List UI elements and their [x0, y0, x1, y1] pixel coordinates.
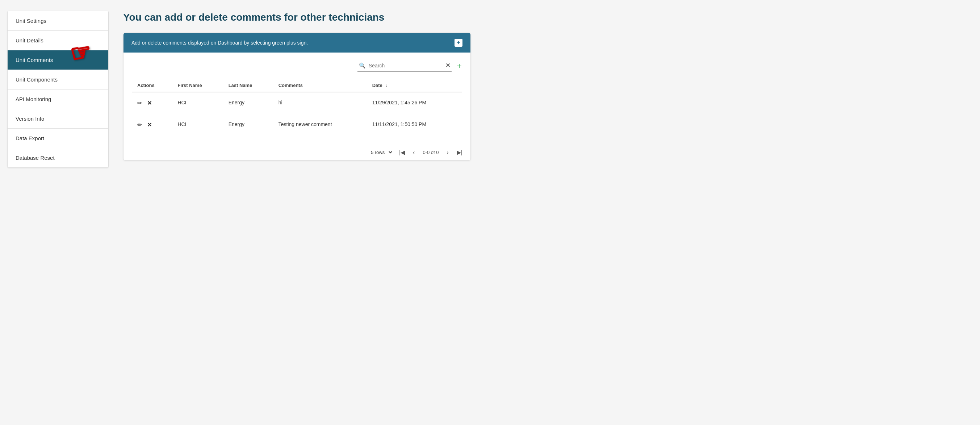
comments-card: Add or delete comments displayed on Dash… — [123, 33, 471, 161]
row-1-date: 11/29/2021, 1:45:26 PM — [367, 92, 462, 114]
first-page-button[interactable]: |◀ — [397, 148, 407, 156]
add-comment-button[interactable]: + — [457, 62, 462, 70]
sort-desc-icon: ↓ — [385, 83, 387, 88]
table-header-row: Actions First Name Last Name Comments — [132, 79, 462, 92]
sidebar-item-version-info[interactable]: Version Info — [8, 109, 108, 129]
rows-per-page-selector: 5 rows 10 rows 25 rows 50 rows — [369, 149, 393, 156]
comments-table: Actions First Name Last Name Comments — [132, 79, 462, 135]
row-1-actions: ✏ ✕ — [137, 100, 167, 107]
row-1-first-name: HCI — [172, 92, 223, 114]
search-icon: 🔍 — [359, 62, 366, 69]
card-header: Add or delete comments displayed on Dash… — [124, 33, 471, 53]
row-2-first-name: HCI — [172, 114, 223, 136]
row-1-comments: hi — [274, 92, 367, 114]
sidebar-item-unit-details[interactable]: Unit Details — [8, 31, 108, 50]
prev-page-button[interactable]: ‹ — [411, 148, 417, 156]
rows-per-page-select[interactable]: 5 rows 10 rows 25 rows 50 rows — [369, 149, 393, 156]
row-1-last-name: Energy — [223, 92, 274, 114]
row-2-comments: Testing newer comment — [274, 114, 367, 136]
table-row: ✏ ✕ HCI Energy hi 11/29/2021, 1:45:26 PM — [132, 92, 462, 114]
sidebar-item-unit-comments[interactable]: Unit Comments — [8, 50, 108, 70]
col-header-actions: Actions — [132, 79, 172, 92]
search-input[interactable] — [369, 63, 442, 68]
row-2-date: 11/11/2021, 1:50:50 PM — [367, 114, 462, 136]
next-page-button[interactable]: › — [445, 148, 451, 156]
card-body: 🔍 ✕ + Actions First Name — [124, 53, 471, 143]
sidebar-item-unit-components[interactable]: Unit Components — [8, 70, 108, 89]
last-page-button[interactable]: ▶| — [455, 148, 465, 156]
search-clear-icon[interactable]: ✕ — [445, 62, 450, 69]
sidebar-item-data-export[interactable]: Data Export — [8, 129, 108, 148]
main-content: You can add or delete comments for other… — [123, 11, 973, 414]
page-title: You can add or delete comments for other… — [123, 11, 973, 24]
sidebar: Unit Settings Unit Details Unit Comments… — [7, 11, 109, 168]
edit-row-1-button[interactable]: ✏ — [137, 100, 142, 107]
page-info: 0-0 of 0 — [423, 150, 439, 155]
search-container: 🔍 ✕ — [358, 60, 452, 72]
search-row: 🔍 ✕ + — [132, 60, 462, 72]
sidebar-item-unit-settings[interactable]: Unit Settings — [8, 11, 108, 31]
card-header-text: Add or delete comments displayed on Dash… — [132, 40, 450, 46]
row-2-last-name: Energy — [223, 114, 274, 136]
col-header-last-name: Last Name — [223, 79, 274, 92]
col-header-first-name: First Name — [172, 79, 223, 92]
delete-row-1-button[interactable]: ✕ — [147, 100, 152, 107]
delete-row-2-button[interactable]: ✕ — [147, 121, 152, 128]
add-comment-header-button[interactable]: + — [455, 39, 463, 47]
sidebar-item-database-reset[interactable]: Database Reset — [8, 148, 108, 167]
edit-row-2-button[interactable]: ✏ — [137, 121, 142, 128]
table-row: ✏ ✕ HCI Energy Testing newer comment 11/… — [132, 114, 462, 136]
col-header-comments: Comments — [274, 79, 367, 92]
pagination-row: 5 rows 10 rows 25 rows 50 rows |◀ ‹ 0-0 … — [124, 143, 471, 160]
col-header-date[interactable]: Date ↓ — [367, 79, 462, 92]
sidebar-item-api-monitoring[interactable]: API Monitoring — [8, 89, 108, 109]
row-2-actions: ✏ ✕ — [137, 121, 167, 128]
